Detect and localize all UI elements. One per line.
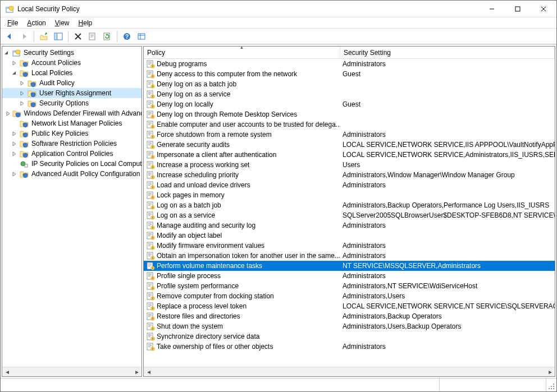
policy-cell: Profile single process <box>144 271 340 280</box>
expander-closed-icon[interactable] <box>18 89 26 97</box>
expander-closed-icon[interactable] <box>18 99 26 107</box>
expander-open-icon[interactable] <box>2 49 10 57</box>
tree-item[interactable]: IP Security Policies on Local Computer <box>2 159 142 169</box>
expander-closed-icon[interactable] <box>6 109 11 117</box>
tree-item[interactable]: Audit Policy <box>2 78 142 88</box>
expander-open-icon[interactable] <box>10 69 18 77</box>
security-setting-cell: Administrators,Users,Backup Operators <box>340 322 555 330</box>
policy-row[interactable]: Perform volume maintenance tasksNT SERVI… <box>144 261 555 271</box>
policy-row[interactable]: Modify firmware environment valuesAdmini… <box>144 241 555 251</box>
minimize-button[interactable] <box>479 1 505 17</box>
policy-row[interactable]: Modify an object label <box>144 230 555 241</box>
tree-item-label: Windows Defender Firewall with Advanced … <box>23 109 142 117</box>
policy-row[interactable]: Generate security auditsLOCAL SERVICE,NE… <box>144 140 555 150</box>
policy-cell: Deny log on as a batch job <box>144 80 340 89</box>
expander-closed-icon[interactable] <box>10 170 18 178</box>
policy-row[interactable]: Deny log on through Remote Desktop Servi… <box>144 109 555 119</box>
expander-closed-icon[interactable] <box>10 59 18 67</box>
policy-row[interactable]: Debug programsAdministrators <box>144 59 555 69</box>
maximize-button[interactable] <box>505 1 531 17</box>
resize-grip-icon[interactable] <box>546 379 556 391</box>
expander-closed-icon[interactable] <box>10 130 18 137</box>
tree-item[interactable]: Public Key Policies <box>2 128 142 139</box>
list-hscroll[interactable]: ◂ ▸ <box>144 367 555 376</box>
tree-item[interactable]: Windows Defender Firewall with Advanced … <box>2 108 142 118</box>
policy-row[interactable]: Load and unload device driversAdministra… <box>144 180 555 190</box>
policy-row[interactable]: Deny log on locallyGuest <box>144 99 555 109</box>
policy-cell: Replace a process level token <box>144 302 340 311</box>
policy-row[interactable]: Deny log on as a batch job <box>144 79 555 89</box>
list-body[interactable]: Debug programsAdministratorsDeny access … <box>144 59 555 367</box>
policy-row[interactable]: Increase scheduling priorityAdministrato… <box>144 170 555 180</box>
policy-row[interactable]: Deny access to this computer from the ne… <box>144 69 555 79</box>
menu-help[interactable]: Help <box>74 18 97 28</box>
policy-row[interactable]: Increase a process working setUsers <box>144 160 555 170</box>
tree-item[interactable]: User Rights Assignment <box>2 88 142 98</box>
policy-cell: Deny log on through Remote Desktop Servi… <box>144 110 340 119</box>
policy-row[interactable]: Take ownership of files or other objects… <box>144 342 555 352</box>
help-button[interactable]: ? <box>120 30 134 43</box>
policy-row[interactable]: Impersonate a client after authenticatio… <box>144 150 555 160</box>
tree-item[interactable]: Security Options <box>2 98 142 108</box>
delete-button[interactable] <box>71 30 85 43</box>
policy-cell: Lock pages in memory <box>144 191 340 200</box>
policy-row[interactable]: Restore files and directoriesAdministrat… <box>144 311 555 321</box>
security-setting-cell: LOCAL SERVICE,NETWORK SERVICE,Administra… <box>340 151 555 159</box>
policy-row[interactable]: Synchronize directory service data <box>144 331 555 342</box>
expander-closed-icon[interactable] <box>10 150 18 158</box>
policy-name: Generate security audits <box>157 141 230 149</box>
menu-view[interactable]: View <box>51 18 74 28</box>
security-setting-cell: Administrators,Window Manager\Window Man… <box>340 171 555 179</box>
policy-row[interactable]: Deny log on as a service <box>144 89 555 99</box>
security-setting-cell: SQLServer2005SQLBrowserUser$DESKTOP-SFEB… <box>340 211 555 219</box>
expander-closed-icon[interactable] <box>18 79 26 87</box>
tree-item[interactable]: Network List Manager Policies <box>2 118 142 128</box>
scroll-left-icon[interactable]: ◂ <box>2 367 12 377</box>
refresh-button[interactable] <box>101 30 114 43</box>
up-button[interactable] <box>37 30 51 43</box>
policy-row[interactable]: Remove computer from docking stationAdmi… <box>144 291 555 301</box>
show-hide-tree-button[interactable] <box>52 30 65 43</box>
policy-row[interactable]: Log on as a batch jobAdministrators,Back… <box>144 200 555 210</box>
tree-item-label: Software Restriction Policies <box>30 140 118 147</box>
column-header-setting[interactable]: Security Setting <box>340 47 555 58</box>
security-setting-cell: Guest <box>340 100 555 108</box>
sort-asc-icon: ▲ <box>240 46 244 50</box>
tree-hscroll[interactable]: ◂ ▸ <box>2 367 141 376</box>
policy-row[interactable]: Replace a process level tokenLOCAL SERVI… <box>144 301 555 311</box>
menu-file[interactable]: File <box>3 18 22 28</box>
scroll-right-icon[interactable]: ▸ <box>545 367 555 377</box>
tree-item[interactable]: Security Settings <box>2 48 142 58</box>
svg-rect-16 <box>55 34 57 39</box>
policy-row[interactable]: Log on as a serviceSQLServer2005SQLBrows… <box>144 210 555 220</box>
tree-pane[interactable]: Security SettingsAccount PoliciesLocal P… <box>2 46 142 377</box>
policy-cell: Obtain an impersonation token for anothe… <box>144 251 340 260</box>
policy-row[interactable]: Enable computer and user accounts to be … <box>144 119 555 130</box>
expander-closed-icon[interactable] <box>10 140 18 147</box>
policy-row[interactable]: Force shutdown from a remote systemAdmin… <box>144 130 555 140</box>
policy-name: Lock pages in memory <box>157 191 225 199</box>
policy-row[interactable]: Lock pages in memory <box>144 190 555 200</box>
scroll-right-icon[interactable]: ▸ <box>132 367 141 377</box>
policy-name: Take ownership of files or other objects <box>157 343 273 351</box>
column-header-policy[interactable]: Policy ▲ <box>144 47 340 58</box>
tree-item[interactable]: Local Policies <box>2 68 142 78</box>
tree-item[interactable]: Account Policies <box>2 58 142 68</box>
tree-item[interactable]: Application Control Policies <box>2 149 142 159</box>
scroll-left-icon[interactable]: ◂ <box>144 367 153 377</box>
export-list-button[interactable] <box>135 30 148 43</box>
policy-row[interactable]: Shut down the systemAdministrators,Users… <box>144 321 555 331</box>
properties-button[interactable] <box>86 30 99 43</box>
policy-item-icon <box>146 221 155 230</box>
menu-action[interactable]: Action <box>22 18 50 28</box>
back-button[interactable] <box>3 30 16 43</box>
policy-row[interactable]: Profile single processAdministrators <box>144 271 555 281</box>
forward-button[interactable] <box>17 30 31 43</box>
tree-item[interactable]: Advanced Audit Policy Configuration <box>2 169 142 179</box>
policy-row[interactable]: Profile system performanceAdministrators… <box>144 281 555 291</box>
tree-item[interactable]: Software Restriction Policies <box>2 139 142 149</box>
policy-row[interactable]: Manage auditing and security logAdminist… <box>144 220 555 230</box>
policy-row[interactable]: Obtain an impersonation token for anothe… <box>144 251 555 261</box>
close-button[interactable] <box>531 1 556 17</box>
policy-name: Increase a process working set <box>157 161 249 169</box>
